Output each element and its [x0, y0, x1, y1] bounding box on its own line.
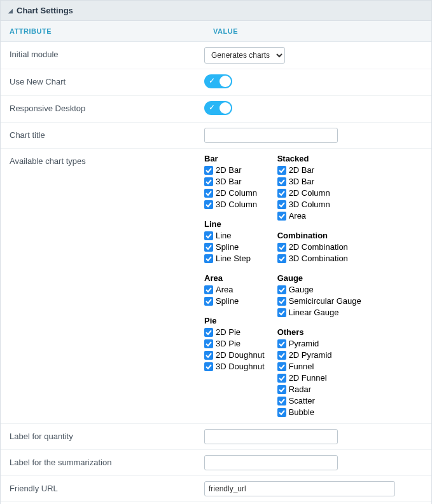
checkbox-icon: [277, 308, 286, 317]
label-quantity-input[interactable]: [204, 429, 338, 444]
checkbox-icon: [277, 397, 286, 405]
label-chart-title: Chart title: [1, 128, 204, 142]
chart-type-option[interactable]: Line Step: [204, 253, 265, 264]
chart-type-option[interactable]: Semicircular Gauge: [277, 296, 361, 307]
chart-type-option[interactable]: Gauge: [277, 284, 361, 296]
chart-type-option-label: Spline: [216, 296, 239, 307]
checkbox-icon: [277, 362, 286, 371]
row-responsive-desktop: Responsive Desktop ✓: [1, 96, 431, 123]
checkbox-icon: [204, 177, 213, 186]
chart-type-option[interactable]: Area: [204, 284, 265, 296]
label-friendly-url: Friendly URL: [1, 481, 204, 496]
chart-type-group-title: Line: [204, 219, 265, 229]
checkbox-icon: [277, 285, 286, 294]
chart-type-option[interactable]: Spline: [204, 296, 265, 307]
chart-type-option-label: Scatter: [289, 395, 315, 407]
chart-type-option-label: 3D Bar: [289, 176, 314, 187]
chart-type-group-title: Area: [204, 273, 265, 283]
checkbox-icon: [277, 351, 286, 360]
chart-type-option[interactable]: Line: [204, 230, 265, 242]
check-icon: ✓: [209, 76, 215, 85]
chart-type-option[interactable]: 2D Column: [277, 187, 361, 199]
chart-type-option-label: Pyramid: [289, 338, 319, 350]
chart-type-option[interactable]: Area: [277, 210, 361, 222]
chart-type-option-label: Line Step: [216, 253, 251, 264]
initial-module-select[interactable]: Generates charts: [204, 47, 285, 64]
checkbox-icon: [277, 200, 286, 209]
chart-type-option[interactable]: 3D Pie: [204, 338, 265, 350]
chart-settings-panel: ◢ Chart Settings ATTRIBUTE VALUE Initial…: [0, 0, 432, 504]
chart-type-option-label: Radar: [289, 384, 311, 395]
label-responsive-desktop: Responsive Desktop: [1, 101, 204, 116]
row-friendly-url: Friendly URL: [1, 476, 431, 502]
chart-type-option[interactable]: 2D Pyramid: [277, 350, 361, 361]
chart-type-option-label: 2D Column: [216, 187, 257, 199]
column-header-attribute: ATTRIBUTE: [1, 21, 204, 41]
chart-type-option-label: Bubble: [289, 407, 314, 418]
chart-type-option[interactable]: Linear Gauge: [277, 307, 361, 318]
chart-type-option[interactable]: Pyramid: [277, 338, 361, 350]
chart-type-option[interactable]: 3D Column: [204, 199, 265, 210]
column-headers: ATTRIBUTE VALUE: [1, 21, 431, 42]
responsive-desktop-toggle[interactable]: ✓: [204, 101, 232, 115]
chart-type-option[interactable]: 3D Doughnut: [204, 361, 265, 372]
checkbox-icon: [277, 374, 286, 383]
checkbox-icon: [204, 362, 213, 371]
checkbox-icon: [204, 200, 213, 209]
chart-type-option[interactable]: Bubble: [277, 407, 361, 418]
chart-type-option[interactable]: 2D Funnel: [277, 372, 361, 384]
checkbox-icon: [277, 339, 286, 348]
label-summarization-input[interactable]: [204, 455, 338, 470]
chart-type-option[interactable]: 3D Bar: [277, 176, 361, 187]
row-initial-module: Initial module Generates charts: [1, 42, 431, 69]
chart-type-option[interactable]: Funnel: [277, 361, 361, 372]
chart-type-option[interactable]: Scatter: [277, 395, 361, 407]
checkbox-icon: [204, 285, 213, 294]
checkbox-icon: [277, 297, 286, 306]
chart-title-input[interactable]: [204, 128, 338, 143]
chart-type-option-label: Linear Gauge: [289, 307, 339, 318]
label-initial-module: Initial module: [1, 47, 204, 62]
chart-type-option-label: Line: [216, 230, 232, 242]
chart-type-option-label: 2D Bar: [289, 165, 314, 176]
checkbox-icon: [204, 254, 213, 263]
chart-type-option-label: 2D Bar: [216, 165, 241, 176]
chart-type-option-label: Funnel: [289, 361, 314, 372]
chart-type-option-label: 2D Funnel: [289, 372, 327, 384]
checkbox-icon: [204, 231, 213, 240]
chart-type-option-label: Semicircular Gauge: [289, 296, 361, 307]
chart-type-option[interactable]: 2D Bar: [204, 165, 265, 176]
chart-type-option-label: 3D Pie: [216, 338, 240, 350]
checkbox-icon: [204, 328, 213, 337]
row-label-quantity: Label for quantity: [1, 424, 431, 450]
panel-header[interactable]: ◢ Chart Settings: [1, 1, 431, 21]
chart-type-option[interactable]: 2D Bar: [277, 165, 361, 176]
chart-type-option[interactable]: 3D Bar: [204, 176, 265, 187]
chart-type-option-label: Gauge: [289, 284, 314, 296]
chart-type-option[interactable]: 2D Pie: [204, 327, 265, 338]
chart-type-option[interactable]: 3D Column: [277, 199, 361, 210]
chart-type-option-label: 2D Column: [289, 187, 330, 199]
chart-type-option[interactable]: 2D Doughnut: [204, 350, 265, 361]
chart-type-group-title: Bar: [204, 154, 265, 163]
checkbox-icon: [204, 243, 213, 252]
chart-type-option-label: 3D Column: [216, 199, 257, 210]
chart-type-option-label: Area: [289, 210, 306, 222]
panel-title: Chart Settings: [17, 6, 73, 15]
checkbox-icon: [277, 385, 286, 394]
chart-type-option[interactable]: 2D Column: [204, 187, 265, 199]
friendly-url-input[interactable]: [204, 481, 395, 496]
use-new-chart-toggle[interactable]: ✓: [204, 74, 232, 88]
chart-type-groups: Bar2D Bar3D Bar2D Column3D ColumnLineLin…: [204, 154, 422, 418]
checkbox-icon: [277, 177, 286, 186]
checkbox-icon: [277, 189, 286, 198]
row-label-summarization: Label for the summarization: [1, 450, 431, 476]
chart-type-option[interactable]: 3D Combination: [277, 253, 361, 264]
label-quantity: Label for quantity: [1, 429, 204, 444]
column-header-value: VALUE: [204, 21, 431, 41]
collapse-icon: ◢: [8, 8, 13, 14]
chart-type-option[interactable]: Spline: [204, 242, 265, 253]
chart-type-option[interactable]: Radar: [277, 384, 361, 395]
chart-type-option[interactable]: 2D Combination: [277, 242, 361, 253]
chart-type-option-label: Spline: [216, 242, 239, 253]
